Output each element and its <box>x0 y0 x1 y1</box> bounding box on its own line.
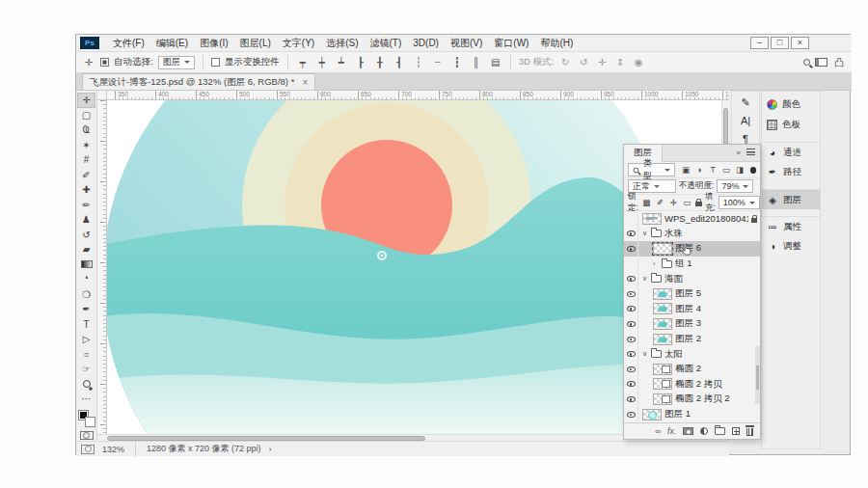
history-brush-tool[interactable]: ↺ <box>77 228 95 243</box>
move-tool[interactable]: ✛ <box>77 93 95 108</box>
layer-thumbnail[interactable] <box>653 393 672 405</box>
layer-thumbnail[interactable] <box>642 409 662 420</box>
dodge-tool[interactable]: ❍ <box>77 287 95 303</box>
opacity-dropdown[interactable]: 79% <box>717 179 753 193</box>
layer-name[interactable]: 椭圆 2 <box>675 363 701 375</box>
图层 2[interactable]: 图层 2 <box>624 332 760 347</box>
3d-slide-icon[interactable]: ⇕ <box>613 57 627 68</box>
align-right-edges-icon[interactable]: ┨ <box>393 57 406 68</box>
zoom-level[interactable]: 132% <box>102 445 124 454</box>
图层 3[interactable]: 图层 3 <box>624 316 760 332</box>
adjustment-layer-icon[interactable] <box>700 427 708 435</box>
layer-name[interactable]: 椭圆 2 拷贝 <box>675 378 722 391</box>
layer-thumbnail[interactable] <box>653 303 672 314</box>
gradient-tool[interactable] <box>77 258 95 273</box>
brush-tool[interactable]: ✏ <box>77 198 95 213</box>
layer-thumbnail[interactable] <box>653 243 672 255</box>
shape-tool[interactable]: ○ <box>77 347 95 363</box>
visibility-toggle[interactable] <box>624 407 638 422</box>
delete-layer-icon[interactable] <box>746 428 753 436</box>
layer-thumbnail[interactable] <box>653 288 672 300</box>
menu-item[interactable]: 文件(F) <box>107 35 150 52</box>
menu-item[interactable]: 文字(Y) <box>277 35 320 52</box>
zoom-tool[interactable] <box>77 377 95 393</box>
visibility-toggle[interactable] <box>624 392 638 407</box>
type-tool[interactable]: T <box>77 317 95 333</box>
healing-brush-tool[interactable]: ✚ <box>77 182 95 198</box>
visibility-toggle[interactable] <box>624 271 638 286</box>
WPS_edit2018080410...[interactable]: WPS_edit2018080410... <box>624 211 760 227</box>
visibility-toggle[interactable] <box>624 332 638 347</box>
layer-name[interactable]: 图层 2 <box>675 333 701 345</box>
menu-item[interactable]: 窗口(W) <box>488 35 534 52</box>
3d-roll-icon[interactable]: ↺ <box>577 57 590 68</box>
hand-tool[interactable]: ☞ <box>77 362 95 377</box>
quick-mask-icon[interactable] <box>80 431 94 440</box>
expand-caret-icon[interactable]: ∨ <box>642 275 648 283</box>
layer-name[interactable]: 组 1 <box>675 258 692 270</box>
lock-all-icon[interactable] <box>695 202 702 206</box>
visibility-toggle[interactable] <box>624 377 638 393</box>
layer-name[interactable]: 图层 1 <box>665 408 691 420</box>
visibility-toggle[interactable] <box>624 362 638 377</box>
path-select-tool[interactable]: ▷ <box>77 332 95 347</box>
screen-mode-icon[interactable] <box>81 445 95 454</box>
椭圆 2 拷贝 2[interactable]: 椭圆 2 拷贝 2 <box>624 392 760 407</box>
filter-shape-layers-icon[interactable]: ▭ <box>721 165 732 175</box>
太阳[interactable]: ∨ 太阳 <box>624 346 760 362</box>
crop-tool[interactable]: # <box>77 152 95 168</box>
visibility-toggle[interactable] <box>624 227 638 242</box>
图层 5[interactable]: 图层 5 <box>624 286 760 302</box>
3d-drag-icon[interactable]: ✛ <box>595 57 609 68</box>
ruler-corner[interactable] <box>97 91 107 100</box>
distribute-vertical-icon[interactable]: ┄ <box>431 57 445 68</box>
3d-rotate-icon[interactable]: ↻ <box>558 57 572 68</box>
align-bottom-edges-icon[interactable]: ┷ <box>335 57 348 68</box>
filter-adjustment-layers-icon[interactable]: ◑ <box>694 165 705 175</box>
layer-thumbnail[interactable] <box>642 213 662 225</box>
visibility-toggle[interactable] <box>624 211 638 227</box>
visibility-toggle[interactable] <box>624 257 638 272</box>
椭圆 2[interactable]: 椭圆 2 <box>624 362 760 377</box>
海面[interactable]: ∨ 海面 <box>624 271 760 286</box>
document-tab[interactable]: 飞屋设计-博客-125.psd @ 132% (图层 6, RGB/8) * × <box>82 73 315 90</box>
layer-thumbnail[interactable] <box>653 378 672 390</box>
layer-thumbnail[interactable] <box>653 334 672 345</box>
visibility-toggle[interactable] <box>624 286 638 302</box>
tab-close-icon[interactable]: × <box>302 77 308 88</box>
lock-artboard-icon[interactable]: ▭ <box>682 198 692 207</box>
expand-caret-icon[interactable]: ∨ <box>642 350 648 358</box>
background-color-swatch[interactable] <box>85 417 95 427</box>
status-nav-icon[interactable]: › <box>269 445 272 454</box>
椭圆 2 拷贝[interactable]: 椭圆 2 拷贝 <box>624 377 760 393</box>
图层 4[interactable]: 图层 4 <box>624 302 760 317</box>
menu-item[interactable]: 滤镜(T) <box>365 35 408 52</box>
dock-item-properties[interactable]: ≔ 属性 <box>762 216 820 236</box>
lock-position-icon[interactable]: ✛ <box>668 198 679 207</box>
layer-name[interactable]: 海面 <box>665 273 683 285</box>
distribute-horizontal-icon[interactable]: ║ <box>470 57 483 68</box>
align-top-edges-icon[interactable]: ┯ <box>296 57 310 68</box>
图层 1[interactable]: 图层 1 <box>624 407 760 422</box>
character-panel-icon[interactable]: A| <box>734 112 757 129</box>
filter-toggle-icon[interactable] <box>750 167 756 174</box>
align-horizontal-centers-icon[interactable]: ╂ <box>373 57 387 68</box>
visibility-toggle[interactable] <box>624 302 638 317</box>
show-transform-checkbox[interactable] <box>211 58 220 67</box>
share-icon[interactable]: 凸 <box>832 56 846 69</box>
layer-name[interactable]: 图层 4 <box>675 303 701 315</box>
layer-name[interactable]: 椭圆 2 拷贝 2 <box>675 393 730 405</box>
lock-transparent-icon[interactable]: ▩ <box>641 198 652 207</box>
layer-name[interactable]: 图层 3 <box>675 317 701 330</box>
lock-paint-icon[interactable]: ✐ <box>655 198 665 207</box>
panel-menu-icon[interactable] <box>746 149 755 155</box>
add-mask-icon[interactable] <box>683 427 693 435</box>
dock-item-color[interactable]: 颜色 <box>762 95 820 115</box>
layer-thumbnail[interactable] <box>653 364 672 375</box>
layer-name[interactable]: 图层 5 <box>675 287 701 300</box>
workspace-switcher-icon[interactable] <box>815 58 827 67</box>
menu-item[interactable]: 图层(L) <box>234 35 277 52</box>
expand-caret-icon[interactable]: ∨ <box>642 230 648 237</box>
visibility-toggle[interactable] <box>624 241 638 257</box>
pen-tool[interactable]: ✒ <box>77 302 95 317</box>
